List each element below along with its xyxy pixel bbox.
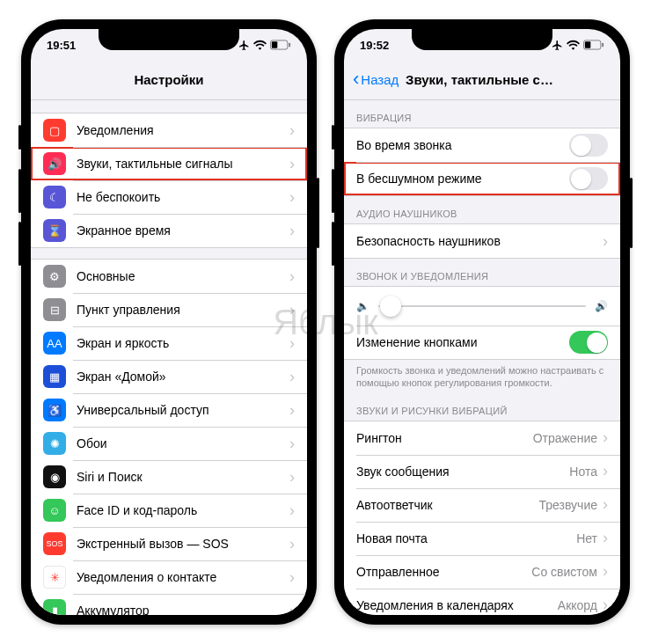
airplane-icon <box>238 40 250 51</box>
row-label: Пункт управления <box>77 303 289 317</box>
row-value: Отражение <box>533 431 597 445</box>
chevron-right-icon: › <box>289 188 295 207</box>
row-label: Изменение кнопками <box>356 335 569 349</box>
row-label: Универсальный доступ <box>77 403 289 417</box>
settings-row[interactable]: ⊟Пункт управления› <box>31 293 307 326</box>
row-label: Звук сообщения <box>356 465 569 479</box>
sounds-icon: 🔊 <box>43 152 66 175</box>
chevron-right-icon: › <box>603 462 608 480</box>
settings-row[interactable]: ✳Уведомления о контакте› <box>31 560 307 594</box>
chevron-right-icon: › <box>603 428 608 447</box>
row-label: Не беспокоить <box>77 190 289 204</box>
svg-rect-4 <box>585 41 590 48</box>
settings-row[interactable]: ▢Уведомления› <box>31 113 307 147</box>
row-vibrate-on-ring[interactable]: Во время звонка <box>344 128 620 162</box>
row-label: Face ID и код-пароль <box>77 503 289 517</box>
battery-icon <box>583 40 604 50</box>
home-icon: ▦ <box>43 365 66 388</box>
phone-right: 19:52 ‹ Назад Звуки, тактильные сигналы … <box>334 19 630 625</box>
row-label: Обои <box>77 436 289 450</box>
sound-pattern-row[interactable]: ОтправленноеСо свистом› <box>344 555 620 589</box>
row-value: Со свистом <box>531 565 597 579</box>
settings-row[interactable]: ✺Обои› <box>31 427 307 460</box>
settings-row[interactable]: ☺Face ID и код-пароль› <box>31 494 307 527</box>
sos-icon: SOS <box>43 532 66 555</box>
chevron-right-icon: › <box>289 535 295 553</box>
toggle-vibrate-on-silent[interactable] <box>569 167 608 190</box>
row-label: Экстренный вызов — SOS <box>77 537 289 551</box>
screentime-icon: ⌛ <box>43 219 66 242</box>
sound-pattern-row[interactable]: РингтонОтражение› <box>344 421 620 455</box>
row-label: Автоответчик <box>356 498 539 512</box>
chevron-right-icon: › <box>603 232 608 251</box>
row-label: Уведомления о контакте <box>77 570 289 584</box>
row-label: Безопасность наушников <box>356 234 603 248</box>
sound-pattern-row[interactable]: Звук сообщенияНота› <box>344 455 620 488</box>
row-label: Аккумулятор <box>77 604 289 615</box>
settings-list[interactable]: ▢Уведомления›🔊Звуки, тактильные сигналы›… <box>31 100 307 615</box>
status-time: 19:51 <box>47 39 76 52</box>
control-icon: ⊟ <box>43 298 66 321</box>
section-header-ringer: ЗВОНОК И УВЕДОМЛЕНИЯ <box>344 259 620 286</box>
row-vibrate-on-silent[interactable]: В бесшумном режиме <box>344 162 620 195</box>
wallpaper-icon: ✺ <box>43 432 66 455</box>
chevron-right-icon: › <box>289 155 295 173</box>
svg-rect-1 <box>272 41 277 48</box>
nav-header: ‹ Назад Звуки, тактильные сигналы <box>344 61 620 100</box>
settings-row[interactable]: ⌛Экранное время› <box>31 214 307 247</box>
chevron-right-icon: › <box>603 562 608 581</box>
row-label: Рингтон <box>356 431 533 445</box>
chevron-left-icon: ‹ <box>353 70 359 89</box>
chevron-right-icon: › <box>289 121 295 140</box>
sound-pattern-row[interactable]: Новая почтаНет› <box>344 522 620 555</box>
settings-row[interactable]: ♿Универсальный доступ› <box>31 393 307 427</box>
battery-icon <box>270 40 291 50</box>
nav-header: Настройки <box>31 61 307 100</box>
settings-row[interactable]: 🔊Звуки, тактильные сигналы› <box>31 147 307 180</box>
status-icons <box>552 40 604 51</box>
toggle-change-with-buttons[interactable] <box>569 331 608 354</box>
chevron-right-icon: › <box>603 495 608 514</box>
page-title: Настройки <box>31 72 307 87</box>
wifi-icon <box>567 40 580 50</box>
volume-high-icon: 🔊 <box>595 300 608 312</box>
settings-row[interactable]: ◉Siri и Поиск› <box>31 460 307 494</box>
sound-pattern-row[interactable]: Уведомления в календаряхАккорд› <box>344 589 620 615</box>
sounds-settings-list[interactable]: ВИБРАЦИЯ Во время звонка В бесшумном реж… <box>344 100 620 615</box>
row-label: Звуки, тактильные сигналы <box>77 157 289 171</box>
row-headphone-safety[interactable]: Безопасность наушников › <box>344 224 620 258</box>
exposure-icon: ✳ <box>43 566 66 589</box>
row-value: Нет <box>576 531 597 545</box>
settings-row[interactable]: ▦Экран «Домой»› <box>31 360 307 393</box>
settings-row[interactable]: ⚙Основные› <box>31 260 307 293</box>
toggle-vibrate-on-ring[interactable] <box>569 134 608 157</box>
row-label: Экран «Домой» <box>77 370 289 384</box>
settings-row[interactable]: AAЭкран и яркость› <box>31 326 307 360</box>
faceid-icon: ☺ <box>43 499 66 522</box>
notch <box>99 29 239 50</box>
notifications-icon: ▢ <box>43 119 66 142</box>
settings-row[interactable]: ▮Аккумулятор› <box>31 594 307 615</box>
status-time: 19:52 <box>360 39 389 52</box>
section-header-vibration: ВИБРАЦИЯ <box>344 100 620 128</box>
section-header-headphone-audio: АУДИО НАУШНИКОВ <box>344 196 620 223</box>
row-change-with-buttons[interactable]: Изменение кнопками <box>344 326 620 359</box>
svg-rect-2 <box>289 43 290 48</box>
settings-row[interactable]: ☾Не беспокоить› <box>31 180 307 214</box>
siri-icon: ◉ <box>43 465 66 488</box>
svg-rect-5 <box>602 43 603 48</box>
back-button[interactable]: ‹ Назад <box>353 70 399 89</box>
general-icon: ⚙ <box>43 265 66 288</box>
settings-row[interactable]: SOSЭкстренный вызов — SOS› <box>31 527 307 560</box>
sound-pattern-row[interactable]: АвтоответчикТрезвучие› <box>344 488 620 522</box>
row-label: Новая почта <box>356 531 576 545</box>
row-label: Отправленное <box>356 565 531 579</box>
battery-icon: ▮ <box>43 599 66 615</box>
row-volume-slider[interactable]: 🔈 🔊 <box>344 287 620 326</box>
volume-slider[interactable] <box>378 305 586 307</box>
chevron-right-icon: › <box>289 602 295 616</box>
notch <box>412 29 552 50</box>
row-label: В бесшумном режиме <box>356 172 569 186</box>
row-value: Нота <box>569 465 597 479</box>
chevron-right-icon: › <box>289 267 295 286</box>
